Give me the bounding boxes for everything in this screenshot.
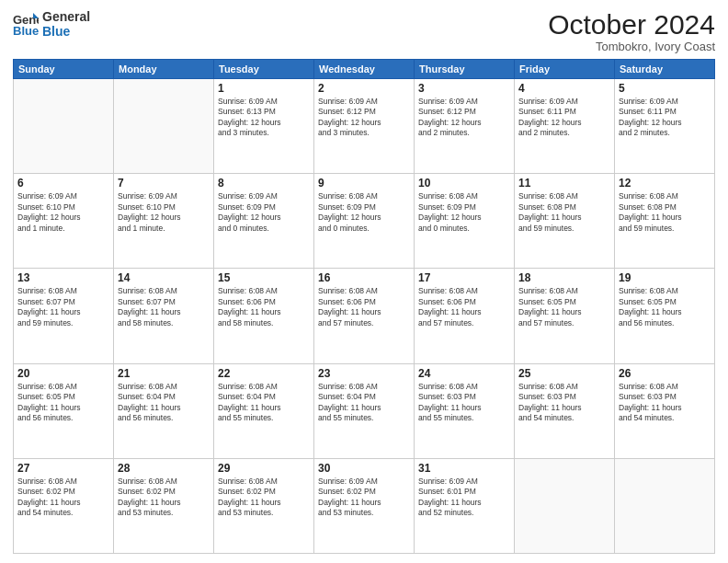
day-number: 10 (418, 177, 510, 190)
day-info: Sunrise: 6:09 AM Sunset: 6:10 PM Dayligh… (17, 191, 109, 234)
col-thursday: Thursday (415, 60, 515, 79)
calendar-cell: 10Sunrise: 6:08 AM Sunset: 6:09 PM Dayli… (415, 174, 515, 269)
logo-line1: General (42, 9, 90, 24)
col-monday: Monday (114, 60, 214, 79)
day-info: Sunrise: 6:08 AM Sunset: 6:06 PM Dayligh… (218, 286, 310, 328)
calendar-week-1: 1Sunrise: 6:09 AM Sunset: 6:13 PM Daylig… (14, 79, 715, 174)
day-info: Sunrise: 6:08 AM Sunset: 6:06 PM Dayligh… (418, 286, 510, 328)
day-info: Sunrise: 6:08 AM Sunset: 6:05 PM Dayligh… (518, 286, 610, 328)
calendar-cell (114, 79, 214, 174)
calendar-cell: 8Sunrise: 6:09 AM Sunset: 6:09 PM Daylig… (214, 174, 314, 269)
day-number: 30 (318, 462, 410, 475)
calendar-cell: 3Sunrise: 6:09 AM Sunset: 6:12 PM Daylig… (415, 79, 515, 174)
day-info: Sunrise: 6:09 AM Sunset: 6:12 PM Dayligh… (418, 97, 510, 139)
calendar-cell: 26Sunrise: 6:08 AM Sunset: 6:03 PM Dayli… (615, 363, 715, 458)
day-number: 15 (218, 271, 310, 284)
day-info: Sunrise: 6:08 AM Sunset: 6:04 PM Dayligh… (318, 382, 410, 424)
day-number: 31 (418, 462, 510, 475)
day-info: Sunrise: 6:08 AM Sunset: 6:02 PM Dayligh… (218, 477, 310, 519)
day-number: 29 (218, 462, 310, 475)
day-number: 17 (418, 271, 510, 284)
calendar-cell: 31Sunrise: 6:09 AM Sunset: 6:01 PM Dayli… (415, 458, 515, 553)
calendar-body: 1Sunrise: 6:09 AM Sunset: 6:13 PM Daylig… (14, 79, 715, 554)
calendar-cell: 2Sunrise: 6:09 AM Sunset: 6:12 PM Daylig… (314, 79, 415, 174)
day-info: Sunrise: 6:08 AM Sunset: 6:07 PM Dayligh… (17, 286, 109, 328)
day-info: Sunrise: 6:09 AM Sunset: 6:01 PM Dayligh… (418, 477, 510, 519)
day-number: 12 (619, 177, 711, 190)
svg-text:Blue: Blue (13, 24, 39, 37)
title-block: October 2024 Tombokro, Ivory Coast (548, 9, 715, 53)
calendar-cell: 28Sunrise: 6:08 AM Sunset: 6:02 PM Dayli… (114, 458, 214, 553)
day-info: Sunrise: 6:09 AM Sunset: 6:11 PM Dayligh… (518, 97, 610, 139)
day-info: Sunrise: 6:08 AM Sunset: 6:06 PM Dayligh… (318, 286, 410, 328)
calendar-cell: 22Sunrise: 6:08 AM Sunset: 6:04 PM Dayli… (214, 363, 314, 458)
day-number: 25 (518, 367, 610, 380)
day-number: 8 (218, 177, 310, 190)
calendar-cell: 12Sunrise: 6:08 AM Sunset: 6:08 PM Dayli… (615, 174, 715, 269)
calendar-cell: 20Sunrise: 6:08 AM Sunset: 6:05 PM Dayli… (14, 363, 114, 458)
calendar-cell (615, 458, 715, 553)
day-number: 5 (619, 82, 711, 95)
day-info: Sunrise: 6:08 AM Sunset: 6:03 PM Dayligh… (518, 382, 610, 424)
calendar-cell: 4Sunrise: 6:09 AM Sunset: 6:11 PM Daylig… (515, 79, 615, 174)
calendar-cell: 1Sunrise: 6:09 AM Sunset: 6:13 PM Daylig… (214, 79, 314, 174)
calendar-week-5: 27Sunrise: 6:08 AM Sunset: 6:02 PM Dayli… (14, 458, 715, 553)
calendar-cell: 25Sunrise: 6:08 AM Sunset: 6:03 PM Dayli… (515, 363, 615, 458)
col-wednesday: Wednesday (314, 60, 415, 79)
day-number: 26 (619, 367, 711, 380)
day-info: Sunrise: 6:08 AM Sunset: 6:07 PM Dayligh… (118, 286, 210, 328)
day-info: Sunrise: 6:08 AM Sunset: 6:03 PM Dayligh… (619, 382, 711, 424)
calendar-cell: 7Sunrise: 6:09 AM Sunset: 6:10 PM Daylig… (114, 174, 214, 269)
col-tuesday: Tuesday (214, 60, 314, 79)
calendar-cell (14, 79, 114, 174)
calendar-week-4: 20Sunrise: 6:08 AM Sunset: 6:05 PM Dayli… (14, 363, 715, 458)
month-title: October 2024 (548, 9, 715, 40)
logo: General Blue General Blue (13, 9, 90, 39)
day-info: Sunrise: 6:08 AM Sunset: 6:05 PM Dayligh… (619, 286, 711, 328)
calendar-cell: 14Sunrise: 6:08 AM Sunset: 6:07 PM Dayli… (114, 269, 214, 363)
calendar-header: Sunday Monday Tuesday Wednesday Thursday… (14, 60, 715, 79)
logo-line2: Blue (42, 24, 90, 39)
calendar-cell: 17Sunrise: 6:08 AM Sunset: 6:06 PM Dayli… (415, 269, 515, 363)
day-number: 23 (318, 367, 410, 380)
day-info: Sunrise: 6:08 AM Sunset: 6:05 PM Dayligh… (17, 382, 109, 424)
day-number: 18 (518, 271, 610, 284)
day-number: 2 (318, 82, 410, 95)
day-info: Sunrise: 6:08 AM Sunset: 6:08 PM Dayligh… (518, 191, 610, 234)
calendar-cell: 6Sunrise: 6:09 AM Sunset: 6:10 PM Daylig… (14, 174, 114, 269)
calendar-cell: 18Sunrise: 6:08 AM Sunset: 6:05 PM Dayli… (515, 269, 615, 363)
calendar-cell (515, 458, 615, 553)
day-number: 7 (118, 177, 210, 190)
calendar-week-2: 6Sunrise: 6:09 AM Sunset: 6:10 PM Daylig… (14, 174, 715, 269)
day-number: 11 (518, 177, 610, 190)
header-row: Sunday Monday Tuesday Wednesday Thursday… (14, 60, 715, 79)
day-info: Sunrise: 6:09 AM Sunset: 6:13 PM Dayligh… (218, 97, 310, 139)
calendar-cell: 21Sunrise: 6:08 AM Sunset: 6:04 PM Dayli… (114, 363, 214, 458)
calendar-cell: 13Sunrise: 6:08 AM Sunset: 6:07 PM Dayli… (14, 269, 114, 363)
logo-icon: General Blue (13, 11, 39, 37)
calendar-week-3: 13Sunrise: 6:08 AM Sunset: 6:07 PM Dayli… (14, 269, 715, 363)
calendar-cell: 24Sunrise: 6:08 AM Sunset: 6:03 PM Dayli… (415, 363, 515, 458)
day-info: Sunrise: 6:08 AM Sunset: 6:04 PM Dayligh… (218, 382, 310, 424)
day-info: Sunrise: 6:08 AM Sunset: 6:09 PM Dayligh… (418, 191, 510, 234)
calendar-cell: 5Sunrise: 6:09 AM Sunset: 6:11 PM Daylig… (615, 79, 715, 174)
header: General Blue General Blue October 2024 T… (13, 9, 715, 53)
day-number: 28 (118, 462, 210, 475)
calendar-cell: 23Sunrise: 6:08 AM Sunset: 6:04 PM Dayli… (314, 363, 415, 458)
day-number: 16 (318, 271, 410, 284)
day-number: 24 (418, 367, 510, 380)
calendar-cell: 27Sunrise: 6:08 AM Sunset: 6:02 PM Dayli… (14, 458, 114, 553)
calendar-cell: 15Sunrise: 6:08 AM Sunset: 6:06 PM Dayli… (214, 269, 314, 363)
day-info: Sunrise: 6:09 AM Sunset: 6:02 PM Dayligh… (318, 477, 410, 519)
day-number: 1 (218, 82, 310, 95)
day-number: 13 (17, 271, 109, 284)
col-saturday: Saturday (615, 60, 715, 79)
day-number: 22 (218, 367, 310, 380)
day-info: Sunrise: 6:08 AM Sunset: 6:02 PM Dayligh… (17, 477, 109, 519)
day-info: Sunrise: 6:08 AM Sunset: 6:09 PM Dayligh… (318, 191, 410, 234)
day-number: 4 (518, 82, 610, 95)
day-number: 6 (17, 177, 109, 190)
day-number: 9 (318, 177, 410, 190)
calendar-table: Sunday Monday Tuesday Wednesday Thursday… (13, 59, 715, 554)
day-number: 14 (118, 271, 210, 284)
